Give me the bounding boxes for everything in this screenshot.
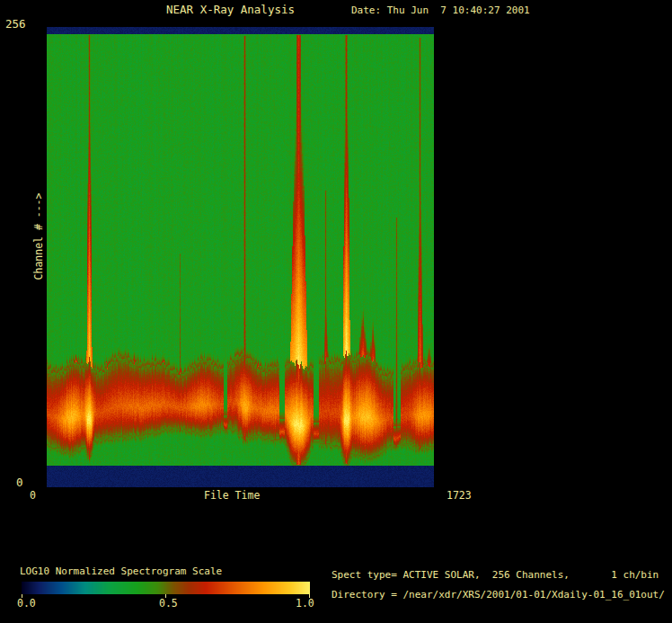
colorbar-tick-label-mid: 0.5: [159, 599, 178, 610]
colorbar-tick-label-min: 0.0: [17, 599, 36, 610]
x-axis-max-label: 1723: [447, 491, 472, 502]
x-axis-title: File Time: [204, 491, 260, 502]
page-title: NEAR X-Ray Analysis: [166, 4, 295, 16]
y-axis-min-label: 0: [16, 477, 23, 489]
y-axis-max-label: 256: [5, 19, 26, 31]
colorbar-title: LOG10 Normalized Spectrogram Scale: [20, 566, 222, 576]
spectrogram-canvas: [47, 27, 434, 487]
x-axis-min-label: 0: [30, 491, 36, 502]
directory-line: Directory = /near/xdr/XRS/2001/01-01/Xda…: [332, 590, 665, 600]
colorbar-canvas: [22, 582, 310, 594]
y-axis-title: Channel # --->: [34, 192, 45, 280]
spect-type-line: Spect type= ACTIVE SOLAR, 256 Channels, …: [332, 570, 659, 580]
date-label: Date: Thu Jun 7 10:40:27 2001: [351, 5, 530, 15]
colorbar-tick-label-max: 1.0: [296, 599, 314, 610]
near-xray-analysis-window: NEAR X-Ray Analysis Date: Thu Jun 7 10:4…: [0, 0, 672, 623]
